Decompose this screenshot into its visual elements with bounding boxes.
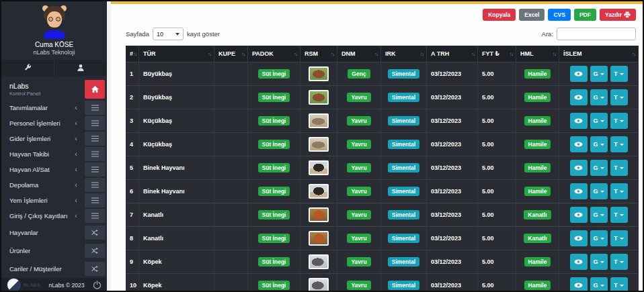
menu-toggle-button[interactable]	[85, 116, 105, 130]
row-number-cell: 9	[126, 250, 139, 273]
sidebar-menu-row: Yem İşlemleri‹	[1, 193, 107, 208]
status-cell: Hamile	[516, 109, 559, 132]
menu-toggle-button[interactable]	[85, 101, 105, 115]
view-button[interactable]	[570, 277, 588, 291]
power-icon[interactable]	[93, 281, 102, 289]
view-button[interactable]	[570, 89, 588, 105]
t-dropdown-button[interactable]: T	[610, 230, 628, 246]
sidebar-item-3[interactable]: Hayvan Takibi‹	[1, 150, 83, 158]
kopyala-export-button[interactable]: Kopyala	[483, 9, 516, 21]
view-button[interactable]	[570, 230, 588, 246]
view-button[interactable]	[570, 113, 588, 129]
chevron-down-icon	[600, 144, 604, 146]
page-size-select[interactable]: 10	[153, 28, 184, 40]
animal-photo-thumbnail[interactable]	[309, 278, 329, 291]
g-dropdown-button[interactable]: G	[590, 207, 608, 223]
wrench-icon-button[interactable]	[1, 60, 54, 76]
brand-subtitle: Kontrol Paneli	[9, 91, 83, 97]
sidebar-item-4[interactable]: Hayvan Al/Sat‹	[1, 166, 83, 173]
sidebar-item-2[interactable]: Gider İşlemleri‹	[1, 135, 83, 142]
g-dropdown-button[interactable]: G	[590, 254, 608, 270]
column-header-4[interactable]: RSM↑↓	[300, 46, 337, 62]
column-header-label: A TRH	[431, 50, 449, 57]
view-button[interactable]	[570, 136, 588, 152]
animal-photo-thumbnail[interactable]	[309, 184, 329, 199]
menu-toggle-button[interactable]	[85, 178, 105, 192]
cvs-export-button[interactable]: CVS	[548, 9, 570, 21]
t-dropdown-button[interactable]: T	[610, 66, 628, 82]
menu-toggle-button[interactable]	[85, 162, 105, 177]
column-header-9[interactable]: HML↑↓	[516, 46, 559, 62]
user-icon-button[interactable]	[54, 60, 107, 76]
g-dropdown-button[interactable]: G	[590, 277, 608, 291]
menu-toggle-button[interactable]	[85, 132, 105, 146]
sidebar-item-1[interactable]: Personel İşlemleri‹	[1, 119, 83, 127]
sidebar-menu-row: Hayvan Takibi‹	[1, 146, 107, 162]
column-header-3[interactable]: PADOK↑↓	[248, 46, 300, 62]
column-header-7[interactable]: A TRH↑↓	[427, 46, 478, 62]
view-button[interactable]	[570, 66, 588, 82]
column-header-1[interactable]: TÜR↑↓	[139, 46, 214, 62]
t-dropdown-button[interactable]: T	[610, 89, 628, 105]
g-dropdown-button[interactable]: G	[590, 230, 608, 246]
home-button[interactable]	[85, 80, 105, 99]
yazdır-export-button[interactable]: Yazdır	[600, 9, 636, 21]
menu-toggle-button[interactable]	[85, 193, 105, 207]
t-dropdown-button[interactable]: T	[610, 207, 628, 223]
view-button[interactable]	[570, 207, 588, 223]
sidebar-menu-row: Gider İşlemleri‹	[1, 131, 107, 146]
g-dropdown-button[interactable]: G	[590, 89, 608, 105]
photo-cell	[300, 274, 337, 291]
column-header-2[interactable]: KUPE↑↓	[214, 46, 248, 62]
g-dropdown-button[interactable]: G	[590, 160, 608, 176]
g-dropdown-button[interactable]: G	[590, 66, 608, 82]
pdf-export-button[interactable]: PDF	[574, 9, 596, 21]
sidebar-item-5[interactable]: Depolama‹	[1, 181, 83, 189]
price-cell: 5.00	[478, 250, 516, 273]
t-dropdown-button[interactable]: T	[610, 183, 628, 199]
animal-photo-thumbnail[interactable]	[309, 160, 329, 175]
t-dropdown-button[interactable]: T	[610, 160, 628, 176]
animal-photo-thumbnail[interactable]	[309, 113, 329, 128]
excel-export-button[interactable]: Excel	[519, 9, 545, 21]
search-input[interactable]	[557, 28, 636, 40]
sidebar-link-1[interactable]: Ürünler	[1, 247, 83, 254]
menu-toggle-button[interactable]	[85, 147, 105, 161]
column-header-0[interactable]: #↑↓	[126, 46, 139, 62]
column-header-8[interactable]: FYT ₺↑↓	[478, 46, 516, 62]
padok-cell: Süt İnegi	[248, 250, 300, 273]
animal-photo-thumbnail[interactable]	[309, 254, 329, 269]
breed-cell: Simental	[381, 86, 427, 109]
sidebar-link-0[interactable]: Hayvanlar	[1, 229, 83, 236]
animal-photo-thumbnail[interactable]	[309, 90, 329, 105]
view-button[interactable]	[570, 160, 588, 176]
export-toolbar: KopyalaExcelCVSPDFYazdır	[111, 9, 636, 21]
sidebar-item-7[interactable]: Giriş / Çıkış Kayıtları‹	[1, 212, 83, 220]
animal-photo-thumbnail[interactable]	[309, 137, 329, 152]
sidebar-link-2[interactable]: Cariler / Müşteriler	[1, 265, 83, 273]
chevron-down-icon	[620, 191, 624, 193]
g-dropdown-button[interactable]: G	[590, 136, 608, 152]
view-button[interactable]	[570, 254, 588, 270]
t-dropdown-button[interactable]: T	[610, 277, 628, 291]
g-dropdown-button[interactable]: G	[590, 113, 608, 129]
sidebar-item-6[interactable]: Yem İşlemleri‹	[1, 197, 83, 204]
shortcut-button[interactable]	[85, 226, 105, 240]
period-badge: Yavru	[347, 163, 370, 173]
view-button[interactable]	[570, 183, 588, 199]
sidebar-item-0[interactable]: Tanımlamalar‹	[1, 104, 83, 111]
t-dropdown-button[interactable]: T	[610, 254, 628, 270]
t-dropdown-button[interactable]: T	[610, 113, 628, 129]
animal-photo-thumbnail[interactable]	[309, 207, 329, 222]
t-dropdown-button[interactable]: T	[610, 136, 628, 152]
column-header-6[interactable]: IRK↑↓	[381, 46, 427, 62]
shortcut-button[interactable]	[85, 262, 105, 276]
g-dropdown-button[interactable]: G	[590, 183, 608, 199]
animal-photo-thumbnail[interactable]	[309, 231, 329, 246]
menu-toggle-button[interactable]	[85, 209, 105, 223]
shortcut-button[interactable]	[85, 244, 105, 258]
column-header-5[interactable]: DNM↑↓	[337, 46, 381, 62]
column-header-label: IRK	[385, 50, 396, 57]
animal-photo-thumbnail[interactable]	[309, 66, 329, 81]
column-header-10[interactable]: İSLEM↑↓	[559, 46, 639, 62]
